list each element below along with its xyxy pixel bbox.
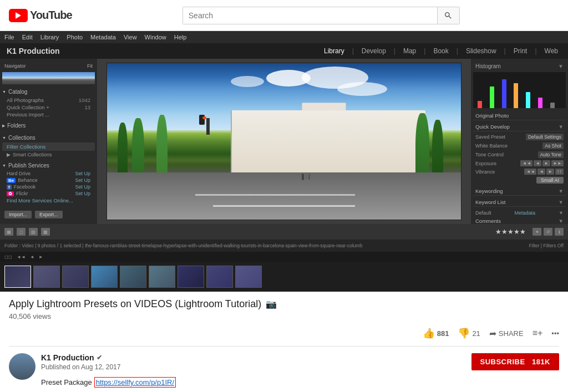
lr-collections-label: Collections	[8, 135, 36, 141]
lr-menu-window[interactable]: Window	[145, 34, 166, 40]
lr-all-photos[interactable]: All Photographs 1042	[2, 96, 95, 104]
lr-preview-image	[106, 63, 462, 220]
add-to-button[interactable]: ≡+	[532, 328, 543, 338]
lr-tab-book[interactable]: Book	[430, 47, 452, 55]
lr-film-thumb-6[interactable]	[149, 266, 175, 288]
dislike-button[interactable]: 👎 21	[458, 327, 480, 339]
lightroom-screenshot: File Edit Library Photo Metadata View Wi…	[0, 31, 568, 292]
lr-tab-sep3: |	[420, 47, 429, 55]
lr-film-thumb-5[interactable]	[120, 266, 146, 288]
lr-publish-facebook[interactable]: f Facebook Set Up	[2, 184, 95, 190]
lr-film-thumb-1[interactable]	[4, 266, 31, 288]
lr-info-icon[interactable]: ℹ	[555, 228, 564, 236]
youtube-logo[interactable]: YouTube	[9, 9, 72, 22]
lr-tool-compare[interactable]: ▧	[29, 228, 38, 236]
search-input[interactable]	[183, 7, 437, 24]
lr-quick-collection[interactable]: Quick Collection + 13	[2, 104, 95, 111]
lr-tab-print[interactable]: Print	[510, 47, 531, 55]
lr-spray-icon[interactable]: ✦	[532, 228, 541, 236]
lr-tab-slideshow[interactable]: Slideshow	[463, 47, 500, 55]
lr-tab-library[interactable]: Library	[321, 47, 348, 55]
lr-film-thumb-3[interactable]	[62, 266, 89, 288]
lr-tab-develop[interactable]: Develop	[358, 47, 389, 55]
lr-previous-import[interactable]: Previous Import ...	[2, 111, 95, 118]
lr-navigator-header: Navigator Fit	[2, 62, 95, 70]
more-button[interactable]: •••	[551, 329, 559, 338]
lr-publish-section: ▼ Publish Services Hard Drive Set Up Be …	[2, 162, 95, 204]
lr-tab-sep6: |	[531, 47, 540, 55]
lr-find-services[interactable]: Find More Services Online...	[2, 197, 95, 204]
lr-nav-tabs: Library | Develop | Map | Book | Slidesh…	[321, 47, 561, 55]
lr-stars[interactable]: ★★★★★	[495, 228, 526, 236]
lr-spray-tools: ✦ ↺ ℹ	[532, 228, 564, 236]
lr-tab-web[interactable]: Web	[541, 47, 561, 55]
lr-smart-collections[interactable]: ▶ Smart Collections	[2, 151, 95, 158]
lr-film-thumb-4[interactable]	[91, 266, 118, 288]
lr-keywording-section: Keywording ▼	[473, 187, 566, 196]
lr-folders-section: ▶ Folders	[2, 123, 95, 130]
lr-publish-harddrive[interactable]: Hard Drive Set Up	[2, 170, 95, 177]
share-button[interactable]: ➦ SHARE	[489, 328, 524, 339]
lr-tab-sep4: |	[453, 47, 462, 55]
lr-film-thumb-7[interactable]	[178, 266, 204, 288]
lr-filter-collections[interactable]: Filter Collections	[2, 142, 95, 151]
lr-title: K1 Production	[7, 47, 60, 55]
like-count: 881	[437, 329, 449, 338]
subscribe-button[interactable]: SUBSCRIBE 181K	[471, 353, 560, 370]
lr-import-button[interactable]: Import...	[4, 211, 32, 218]
lr-menu-photo[interactable]: Photo	[67, 34, 83, 40]
camera-emoji: 📷	[266, 299, 277, 309]
lr-tab-sep1: |	[349, 47, 357, 55]
description-section: Preset Package https://sellfy.com/p/p1IR…	[41, 378, 176, 386]
youtube-logo-text: YouTube	[30, 9, 72, 22]
search-bar	[182, 7, 460, 24]
lr-publish-label: Publish Services	[8, 162, 49, 169]
lr-folder-info: Folder : Video | 9 photos / 1 selected |…	[4, 243, 362, 248]
share-label: SHARE	[499, 329, 524, 338]
lr-main-preview[interactable]	[97, 59, 471, 224]
lr-metadata-row: Default Metadata ▼	[473, 209, 566, 217]
preset-label: Preset Package	[41, 378, 92, 386]
lr-menu-metadata[interactable]: Metadata	[90, 34, 116, 40]
lr-filter-info: Filter | Filters Off	[529, 243, 564, 248]
like-button[interactable]: 👍 881	[423, 327, 449, 339]
video-actions: 👍 881 👎 21 ➦ SHARE ≡+ •••	[9, 327, 559, 347]
lr-tab-sep2: |	[390, 47, 399, 55]
more-icon: •••	[551, 329, 559, 338]
channel-name[interactable]: K1 Production ✔	[41, 353, 176, 362]
lr-small-ai-btn[interactable]: Small AI	[536, 177, 564, 184]
video-views: 40,506 views	[9, 312, 559, 320]
lr-film-thumb-2[interactable]	[33, 266, 60, 288]
preset-link[interactable]: https://sellfy.com/p/p1IR/	[94, 377, 176, 388]
lr-publish-behance[interactable]: Be Behance Set Up	[2, 177, 95, 184]
search-button[interactable]	[437, 7, 459, 24]
lr-import-export: Import... Export...	[2, 208, 95, 221]
lr-tab-map[interactable]: Map	[400, 47, 419, 55]
channel-avatar[interactable]	[9, 353, 36, 380]
lr-tool-survey[interactable]: ▩	[41, 228, 50, 236]
lr-histogram	[473, 72, 566, 108]
lr-filmstrip	[0, 262, 568, 292]
lr-saved-preset-row: Saved Preset Default Settings	[473, 133, 566, 141]
lr-exposure-row: Exposure ◄◄ ◄ ► ►►	[473, 159, 566, 167]
lr-tab-sep5: |	[501, 47, 509, 55]
lr-toolbar: ▦ ◻ ▧ ▩ ★★★★★ ✦ ↺ ℹ	[0, 224, 568, 240]
lr-bottom-bar: Folder : Video | 9 photos / 1 selected |…	[0, 240, 568, 252]
lr-menu-edit[interactable]: Edit	[22, 34, 33, 40]
lr-menu-help[interactable]: Help	[174, 34, 187, 40]
lr-film-thumb-8[interactable]	[206, 266, 233, 288]
lr-publish-flickr[interactable]: ✿ Flickr Set Up	[2, 190, 95, 197]
lr-film-thumb-9[interactable]	[235, 266, 262, 288]
lr-tool-grid[interactable]: ▦	[4, 228, 13, 236]
lr-export-button[interactable]: Export...	[35, 211, 63, 218]
lr-menu-view[interactable]: View	[124, 34, 137, 40]
channel-section: K1 Production ✔ Published on Aug 12, 201…	[9, 353, 559, 386]
lr-title-bar: K1 Production Library | Develop | Map | …	[0, 43, 568, 59]
share-icon: ➦	[489, 328, 496, 339]
lr-rotate-icon[interactable]: ↺	[544, 228, 552, 236]
lr-menu-library[interactable]: Library	[40, 34, 59, 40]
lr-menu-file[interactable]: File	[4, 34, 14, 40]
lr-navigator-label: Navigator	[4, 63, 26, 69]
lr-tool-loupe[interactable]: ◻	[17, 228, 26, 236]
youtube-play-icon	[9, 9, 28, 22]
